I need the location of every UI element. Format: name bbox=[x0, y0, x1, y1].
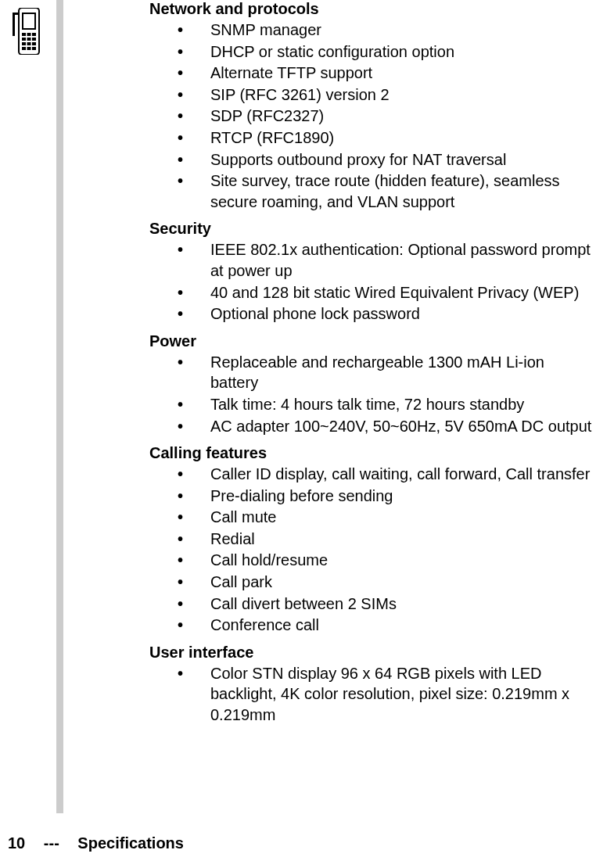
list-item: Caller ID display, call waiting, call fo… bbox=[178, 464, 596, 485]
section-title: Network and protocols bbox=[149, 0, 596, 18]
svg-rect-7 bbox=[32, 33, 36, 36]
page-footer: 10 --- Specifications bbox=[8, 834, 184, 852]
list-item: SIP (RFC 3261) version 2 bbox=[178, 84, 596, 106]
section-network-protocols: Network and protocols SNMP manager DHCP … bbox=[149, 0, 596, 212]
phone-icon bbox=[11, 8, 42, 55]
list-item: DHCP or static configuration option bbox=[178, 41, 596, 63]
svg-rect-8 bbox=[22, 38, 26, 41]
list-item: IEEE 802.1x authentication: Optional pas… bbox=[178, 239, 596, 281]
svg-rect-6 bbox=[27, 33, 31, 36]
list-item: SNMP manager bbox=[178, 20, 596, 41]
list-item: Call park bbox=[178, 572, 596, 593]
svg-rect-16 bbox=[32, 47, 36, 50]
list-item: 40 and 128 bit static Wired Equivalent P… bbox=[178, 282, 596, 303]
list-item: Conference call bbox=[178, 615, 596, 636]
main-content: Network and protocols SNMP manager DHCP … bbox=[63, 0, 596, 868]
left-margin bbox=[0, 0, 56, 868]
list-item: Call hold/resume bbox=[178, 550, 596, 571]
svg-rect-13 bbox=[32, 42, 36, 45]
list-item: Call mute bbox=[178, 507, 596, 528]
svg-rect-0 bbox=[13, 13, 15, 36]
section-power: Power Replaceable and rechargeable 1300 … bbox=[149, 332, 596, 436]
section-title: Calling features bbox=[149, 444, 596, 462]
svg-rect-15 bbox=[27, 47, 31, 50]
svg-rect-10 bbox=[32, 38, 36, 41]
section-title: Power bbox=[149, 332, 596, 350]
list-item: Supports outbound proxy for NAT traversa… bbox=[178, 149, 596, 170]
footer-separator: --- bbox=[44, 834, 59, 852]
section-user-interface: User interface Color STN display 96 x 64… bbox=[149, 644, 596, 726]
vertical-rule bbox=[56, 0, 63, 813]
list-item: AC adapter 100~240V, 50~60Hz, 5V 650mA D… bbox=[178, 416, 596, 437]
svg-rect-4 bbox=[23, 14, 34, 28]
svg-rect-14 bbox=[22, 47, 26, 50]
section-title: User interface bbox=[149, 644, 596, 662]
list-item: Replaceable and rechargeable 1300 mAH Li… bbox=[178, 352, 596, 393]
section-security: Security IEEE 802.1x authentication: Opt… bbox=[149, 220, 596, 324]
section-calling-features: Calling features Caller ID display, call… bbox=[149, 444, 596, 636]
section-title: Security bbox=[149, 220, 596, 238]
page-number: 10 bbox=[8, 834, 25, 852]
footer-label: Specifications bbox=[77, 834, 184, 852]
list-item: Site survey, trace route (hidden feature… bbox=[178, 170, 596, 212]
list-item: Pre-dialing before sending bbox=[178, 486, 596, 507]
list-item: Redial bbox=[178, 529, 596, 550]
svg-rect-9 bbox=[27, 38, 31, 41]
list-item: Talk time: 4 hours talk time, 72 hours s… bbox=[178, 394, 596, 415]
list-item: Call divert between 2 SIMs bbox=[178, 594, 596, 615]
list-item: Color STN display 96 x 64 RGB pixels wit… bbox=[178, 663, 596, 726]
list-item: Optional phone lock password bbox=[178, 303, 596, 325]
list-item: SDP (RFC2327) bbox=[178, 106, 596, 127]
list-item: RTCP (RFC1890) bbox=[178, 127, 596, 149]
svg-rect-11 bbox=[22, 42, 26, 45]
svg-rect-5 bbox=[22, 33, 26, 36]
list-item: Alternate TFTP support bbox=[178, 63, 596, 84]
svg-rect-12 bbox=[27, 42, 31, 45]
